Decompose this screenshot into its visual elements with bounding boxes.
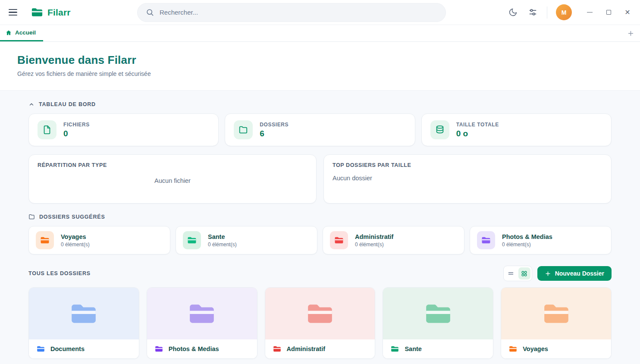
folder-preview [265,288,375,339]
list-view-button[interactable] [505,267,517,279]
new-folder-label: Nouveau Dossier [555,270,604,277]
folder-icon [234,120,253,139]
window-controls: ✕ [583,6,634,19]
folder-icon [36,231,54,249]
new-tab-button[interactable] [621,25,640,41]
folder-icon [37,345,45,352]
stat-label: DOSSIERS [260,122,289,128]
all-folders-header: TOUS LES DOSSIERS Nouveau Dossier [28,266,612,281]
user-avatar[interactable]: M [556,4,572,20]
plus-icon [545,270,551,277]
folder-card-administratif[interactable]: Administratif [265,287,376,359]
topbar-right: M ✕ [507,4,634,20]
page-title: Bienvenue dans Filarr [17,53,623,67]
logo-folder-icon [31,7,43,17]
folder-icon [330,231,348,249]
folder-icon [183,231,201,249]
folder-count: 0 élément(s) [208,242,237,248]
close-button[interactable]: ✕ [621,6,634,19]
database-icon [430,120,449,139]
search-bar[interactable] [137,3,446,22]
topbar-divider [547,6,547,19]
stat-label: TAILLE TOTALE [456,122,499,128]
minimize-button[interactable] [583,6,596,19]
app-logo: Filarr [31,7,71,18]
app-title: Filarr [47,7,71,18]
empty-state-text: Aucun dossier [333,175,602,182]
folder-icon [155,345,163,352]
folder-name: Voyages [523,345,548,352]
topbar-left: Filarr [9,7,137,18]
top-bar: Filarr M ✕ [0,0,640,25]
stat-card-total-size: TAILLE TOTALE 0 o [421,113,612,146]
folder-icon [273,345,281,352]
folder-preview [147,288,257,339]
suggested-section-title: DOSSIERS SUGGÉRÉS [39,214,105,220]
folder-name: Sante [208,233,237,240]
folder-icon [509,345,517,352]
panel-title: TOP DOSSIERS PAR TAILLE [333,162,602,168]
folder-preview [29,288,139,339]
folder-name: Sante [405,345,422,352]
new-folder-button[interactable]: Nouveau Dossier [537,266,612,281]
suggested-folder-voyages[interactable]: Voyages 0 élément(s) [28,226,170,254]
dashboard-section-title: TABLEAU DE BORD [39,101,96,107]
app-window: Filarr M ✕ [0,0,640,364]
stat-value: 6 [260,129,289,138]
suggested-folder-photos[interactable]: Photos & Medias 0 élément(s) [470,226,612,254]
stat-card-files: FICHIERS 0 [28,113,219,146]
folder-name: Photos & Medias [169,345,219,352]
welcome-header: Bienvenue dans Filarr Gérez vos fichiers… [0,42,640,90]
folder-card-documents[interactable]: Documents [28,287,139,359]
suggested-folders-row: Voyages 0 élément(s) Sante 0 élément(s) [28,226,612,254]
folder-outline-icon [28,213,35,220]
folder-name: Administratif [355,233,393,240]
panel-top-folders: TOP DOSSIERS PAR TAILLE Aucun dossier [323,154,612,204]
folder-card-sante[interactable]: Sante [383,287,493,359]
folder-name: Documents [50,345,85,352]
grid-view-button[interactable] [518,267,530,279]
main-content: TABLEAU DE BORD FICHIERS 0 DOSSIERS 6 [0,90,640,364]
all-folders-section-title: TOUS LES DOSSIERS [28,270,91,276]
stat-card-folders: DOSSIERS 6 [225,113,415,146]
dark-mode-moon-icon[interactable] [507,7,518,18]
tab-bar: Accueil [0,25,640,42]
search-input[interactable] [160,9,437,16]
folder-preview [383,288,493,339]
panel-title: RÉPARTITION PAR TYPE [38,162,307,168]
stat-value: 0 o [456,129,499,138]
stat-value: 0 [63,129,90,138]
folder-preview [501,288,611,339]
folder-count: 0 élément(s) [61,242,90,248]
hamburger-menu-icon[interactable] [9,8,20,17]
panel-type-distribution: RÉPARTITION PAR TYPE Aucun fichier [28,154,317,204]
dashboard-panels: RÉPARTITION PAR TYPE Aucun fichier TOP D… [28,154,612,204]
stat-label: FICHIERS [63,122,90,128]
folder-name: Voyages [61,233,90,240]
suggested-folder-sante[interactable]: Sante 0 élément(s) [176,226,317,254]
folder-card-voyages[interactable]: Voyages [501,287,612,359]
chevron-up-icon [28,101,35,107]
settings-sliders-icon[interactable] [527,7,538,18]
dashboard-section-header[interactable]: TABLEAU DE BORD [28,101,612,107]
suggested-folder-administratif[interactable]: Administratif 0 élément(s) [323,226,464,254]
home-icon [6,30,12,36]
tab-label: Accueil [15,29,36,36]
folder-icon [391,345,399,352]
view-toggle [503,266,532,281]
file-icon [38,120,56,139]
folder-card-photos[interactable]: Photos & Medias [147,287,257,359]
folder-icon [477,231,495,249]
tab-accueil[interactable]: Accueil [0,25,43,41]
empty-state-text: Aucun fichier [154,177,191,184]
maximize-button[interactable] [602,6,615,19]
all-folders-actions: Nouveau Dossier [503,266,612,281]
search-icon [146,8,154,16]
folders-grid: Documents Photos & Medias [28,287,612,359]
folder-name: Administratif [287,345,325,352]
stats-row: FICHIERS 0 DOSSIERS 6 TAILLE TOTALE [28,113,612,146]
page-subtitle: Gérez vos fichiers de manière simple et … [17,70,623,77]
folder-name: Photos & Medias [502,233,552,240]
suggested-section-header: DOSSIERS SUGGÉRÉS [28,213,612,220]
folder-count: 0 élément(s) [502,242,552,248]
